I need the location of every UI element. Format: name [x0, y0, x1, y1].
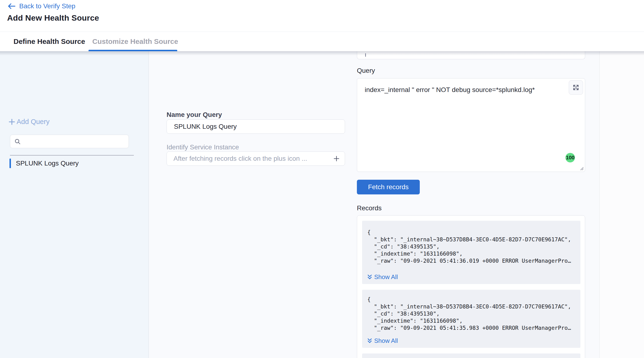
service-instance-plus-button[interactable]: [333, 155, 340, 162]
records-label: Records: [357, 204, 382, 212]
query-editor: 100: [357, 78, 585, 172]
record-json: { "_bkt": "_internal~38~D537D8B4-3EC0-4D…: [367, 296, 575, 332]
service-instance-field: [166, 151, 345, 166]
active-tab-underline: [88, 50, 177, 51]
show-all-link[interactable]: Show All: [367, 337, 575, 345]
record-json: { "_bkt": "_internal~38~D537D8B4-3EC0-4D…: [367, 229, 575, 264]
double-chevron-down-icon: [367, 274, 372, 280]
plus-icon: [333, 155, 340, 162]
name-your-query-label: Name your Query: [166, 111, 222, 119]
record-count-badge: 100: [566, 153, 575, 162]
query-textarea[interactable]: [357, 78, 585, 172]
service-instance-input[interactable]: [167, 152, 333, 165]
add-health-source-screen: Back to Verify Step Add New Health Sourc…: [0, 0, 644, 358]
show-all-link[interactable]: Show All: [367, 273, 575, 281]
query-name-input[interactable]: [166, 119, 345, 134]
query-label: Query: [357, 67, 375, 74]
record-card: { "_bkt": "_internal~38~D537D8B4-3EC0-4D…: [362, 290, 580, 348]
add-query-button[interactable]: Add Query: [8, 118, 50, 126]
text-cursor-remnant: [365, 53, 366, 57]
back-to-verify-step-link[interactable]: Back to Verify Step: [7, 2, 76, 10]
search-icon: [14, 138, 21, 145]
page-title: Add New Health Source: [7, 13, 99, 22]
query-search-input[interactable]: [21, 135, 128, 148]
right-gutter: [600, 51, 644, 358]
back-arrow-icon: [7, 3, 16, 9]
expand-query-button[interactable]: [569, 80, 583, 95]
header: Back to Verify Step Add New Health Sourc…: [0, 0, 644, 32]
fetch-records-button[interactable]: Fetch records: [357, 180, 420, 194]
double-chevron-down-icon: [367, 338, 372, 344]
selected-indicator-bar: [10, 159, 11, 168]
records-container: { "_bkt": "_internal~38~D537D8B4-3EC0-4D…: [357, 215, 585, 358]
sidebar-divider: [10, 155, 134, 156]
show-all-label: Show All: [374, 273, 398, 281]
record-card-partial: [362, 354, 580, 358]
add-query-label: Add Query: [16, 118, 50, 126]
show-all-label: Show All: [374, 337, 398, 345]
tab-define-health-source[interactable]: Define Health Source: [14, 32, 85, 51]
query-item-label: SPLUNK Logs Query: [16, 160, 79, 167]
tab-bar: Define Health Source Customize Health So…: [0, 32, 644, 51]
textarea-resize-handle[interactable]: [579, 165, 584, 171]
plus-icon: [8, 119, 15, 125]
sidebar-item-splunk-logs-query[interactable]: SPLUNK Logs Query: [10, 158, 79, 168]
content-area: Add Query SPLUNK Logs Query Name your Qu…: [0, 51, 644, 358]
expand-icon: [572, 84, 579, 91]
query-sidebar: Add Query SPLUNK Logs Query: [0, 51, 149, 358]
tab-customize-health-source[interactable]: Customize Health Source: [92, 32, 178, 51]
query-search-box: [10, 135, 129, 148]
identify-service-instance-label: Identify Service Instance: [166, 143, 239, 151]
record-card: { "_bkt": "_internal~38~D537D8B4-3EC0-4D…: [362, 221, 580, 284]
back-link-label: Back to Verify Step: [19, 2, 76, 10]
